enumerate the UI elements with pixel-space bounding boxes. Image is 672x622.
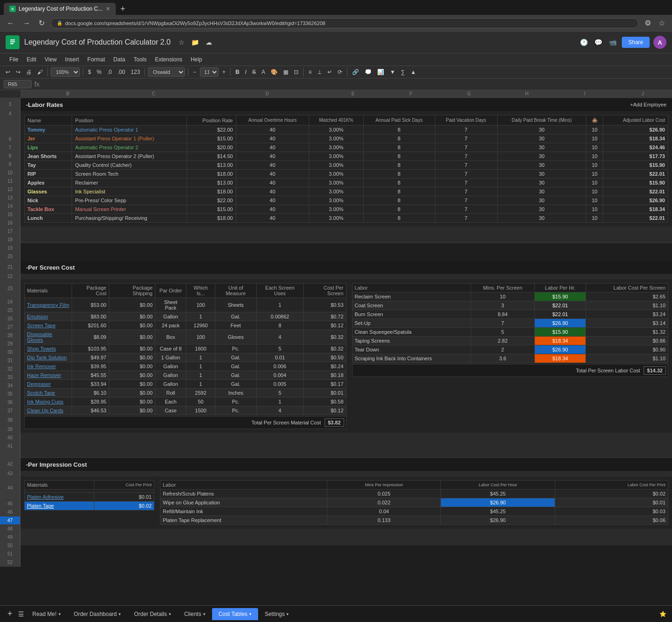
per-screen-title: -Per Screen Cost — [26, 264, 75, 271]
forward-button[interactable]: → — [20, 18, 33, 28]
add-employee-button[interactable]: +Add Employee — [630, 102, 666, 107]
rotate-button[interactable]: ⟳ — [336, 68, 344, 76]
bookmarks-button[interactable]: ☆ — [656, 18, 667, 28]
emp-name: RIP — [25, 170, 72, 179]
link-button[interactable]: 🔗 — [350, 68, 361, 76]
emp-adj: $22.01 — [603, 170, 668, 179]
url-bar[interactable]: 🔒 docs.google.com/spreadsheets/d/1rVNWpg… — [51, 18, 639, 28]
formula-bar: R65 fx — [0, 79, 672, 90]
comment-button[interactable]: 💬 — [593, 37, 604, 47]
emp-position: Quality Control (Catcher) — [72, 161, 187, 170]
emp-position: Screen Room Tech — [72, 170, 187, 179]
col-I: I — [556, 90, 614, 97]
emp-ot: 40 — [236, 214, 309, 223]
share-button[interactable]: Share — [622, 37, 650, 48]
font-size-selector[interactable]: 11 — [200, 67, 219, 77]
emp-sick: 8 — [363, 179, 435, 187]
borders-button[interactable]: ▦ — [281, 68, 290, 76]
emp-rate: $18.00 — [186, 170, 236, 179]
hide-toolbar-button[interactable]: ▲ — [409, 68, 418, 76]
material-total-row: Total Per Screen Material Cost $3.82 — [24, 416, 346, 429]
materials-table: Materials Package Cost Package Shipping … — [24, 283, 346, 415]
menu-edit[interactable]: Edit — [23, 54, 40, 65]
extensions-button[interactable]: ⚙ — [642, 18, 653, 28]
emp-401k: 3.00% — [309, 214, 363, 223]
number-format-button[interactable]: 123 — [129, 68, 142, 76]
menu-insert[interactable]: Insert — [61, 54, 83, 65]
emp-ot: 40 — [236, 143, 309, 152]
emp-position: Pre-Press/ Color Sepp — [72, 196, 187, 205]
col-C: C — [97, 90, 211, 97]
strikethrough-button[interactable]: S — [250, 68, 258, 76]
function-button[interactable]: ∑ — [399, 68, 407, 76]
menu-help[interactable]: Help — [187, 54, 206, 65]
meet-button[interactable]: 📹 — [607, 37, 618, 47]
document-title[interactable]: Legendary Cost of Production Calculator … — [24, 38, 171, 46]
menu-tools[interactable]: Tools — [130, 54, 150, 65]
cloud-button[interactable]: ☁ — [204, 37, 213, 47]
align-button[interactable]: ≡ — [306, 68, 313, 76]
text-color-button[interactable]: A — [259, 68, 267, 76]
user-avatar[interactable]: A — [653, 36, 666, 49]
row-numbers-labor: 3 4 6 7 8 9 10 11 12 13 14 15 16 17 18 1… — [0, 98, 20, 261]
menu-view[interactable]: View — [41, 54, 60, 65]
labor-header: Labor Mins. Per Screen Labor Per Hr. Lab… — [352, 284, 668, 292]
toolbar-sep-5 — [230, 68, 231, 76]
th-ot: Annual Overtime Hours — [236, 115, 309, 126]
emp-ot: 40 — [236, 205, 309, 214]
history-button[interactable]: 🕐 — [579, 37, 589, 47]
active-tab[interactable]: S Legendary Cost of Production C... ✕ — [4, 3, 116, 15]
th-401k: Matched 401K% — [309, 115, 363, 126]
wrap-button[interactable]: ↵ — [326, 68, 334, 76]
labor-total-label: Total Per Screen Labor Cost — [576, 368, 640, 373]
font-size-increase[interactable]: + — [220, 68, 227, 76]
gap-43 — [20, 471, 672, 476]
font-size-decrease[interactable]: − — [191, 68, 198, 76]
decimal-more-button[interactable]: .00 — [115, 68, 127, 76]
drive-button[interactable]: 📁 — [190, 37, 200, 47]
emp-icon: 10 — [586, 179, 603, 187]
italic-button[interactable]: I — [243, 68, 248, 76]
tab-close-button[interactable]: ✕ — [106, 6, 110, 12]
decimal-less-button[interactable]: .0 — [105, 68, 113, 76]
merge-button[interactable]: ⊡ — [292, 68, 300, 76]
valign-button[interactable]: ⊥ — [315, 68, 324, 76]
print-button[interactable]: 🖨 — [24, 68, 33, 76]
back-button[interactable]: ← — [5, 18, 17, 28]
svg-rect-2 — [10, 41, 15, 42]
filter-button[interactable]: ▼ — [388, 68, 397, 76]
currency-button[interactable]: $ — [86, 68, 93, 76]
url-text: docs.google.com/spreadsheets/d/1rVNWpgbx… — [65, 20, 326, 26]
percent-button[interactable]: % — [95, 68, 104, 76]
refresh-button[interactable]: ↻ — [36, 18, 47, 28]
emp-name: Tay — [25, 161, 72, 170]
undo-button[interactable]: ↩ — [4, 68, 12, 76]
emp-sick: 8 — [363, 134, 435, 143]
chart-button[interactable]: 📊 — [375, 68, 386, 76]
impression-empty-rows — [20, 529, 672, 545]
emp-401k: 3.00% — [309, 179, 363, 187]
redo-button[interactable]: ↪ — [14, 68, 22, 76]
fill-color-button[interactable]: 🎨 — [269, 68, 279, 76]
new-tab-button[interactable]: + — [117, 4, 129, 14]
formula-input[interactable] — [42, 80, 668, 88]
comment-add-button[interactable]: 💭 — [363, 68, 373, 76]
zoom-selector[interactable]: 100% — [51, 67, 80, 77]
emp-vac: 7 — [435, 143, 497, 152]
emp-sick: 8 — [363, 196, 435, 205]
emp-name: Glasses — [25, 187, 72, 196]
labor-row: Jer Assistant Press Operator 1 (Puller) … — [25, 134, 668, 143]
font-selector[interactable]: Oswald — [148, 67, 185, 77]
material-row: Disposable Gloves $8.09 $0.00 Box 100 Gl… — [25, 330, 346, 344]
emp-position: Reclaimer — [72, 179, 187, 187]
menu-file[interactable]: File — [6, 54, 22, 65]
menu-extensions[interactable]: Extensions — [151, 54, 186, 65]
menu-format[interactable]: Format — [84, 54, 109, 65]
star-button[interactable]: ☆ — [177, 37, 186, 47]
menu-data[interactable]: Data — [110, 54, 129, 65]
cell-reference[interactable]: R65 — [4, 80, 32, 88]
paint-format-button[interactable]: 🖌 — [35, 68, 45, 76]
impression-labor-row: Refill/Maintain Ink 0.04 $45.25 $0.03 — [160, 507, 668, 516]
bold-button[interactable]: B — [233, 68, 241, 76]
labor-row: Jean Shorts Assistant Press Operator 2 (… — [25, 152, 668, 161]
